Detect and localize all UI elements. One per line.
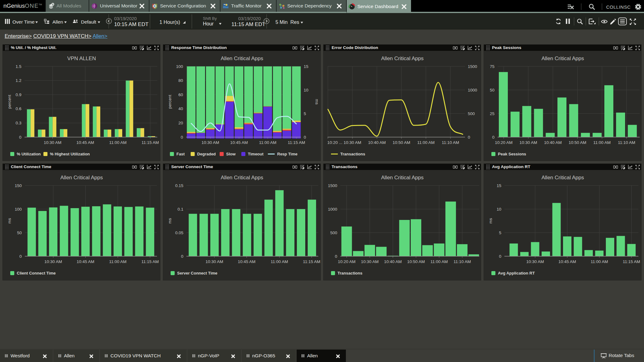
- svg-text:0: 0: [499, 254, 501, 259]
- svg-text:Fast: Fast: [177, 152, 185, 156]
- svg-text:11:10 AM: 11:10 AM: [454, 259, 471, 264]
- svg-text:15: 15: [304, 64, 308, 69]
- svg-text:10:20 AM: 10:20 AM: [338, 259, 356, 264]
- svg-text:11:00 AM: 11:00 AM: [259, 140, 276, 145]
- svg-text:Degraded: Degraded: [197, 152, 216, 156]
- svg-text:10:45 AM: 10:45 AM: [558, 259, 576, 264]
- svg-text:10: 10: [304, 88, 308, 92]
- svg-text:11:15 AM: 11:15 AM: [623, 259, 640, 264]
- svg-text:Allen Critical Apps: Allen Critical Apps: [541, 56, 584, 61]
- svg-text:60: 60: [178, 92, 183, 97]
- svg-text:1500: 1500: [468, 64, 477, 69]
- svg-text:1500: 1500: [328, 183, 337, 188]
- svg-text:Allen Critical Apps: Allen Critical Apps: [60, 175, 103, 181]
- svg-text:11:00 AM: 11:00 AM: [593, 140, 611, 145]
- svg-text:100: 100: [176, 64, 183, 69]
- svg-text:0.1: 0.1: [177, 207, 183, 212]
- svg-text:10:20 ...: 10:20 ...: [327, 140, 342, 145]
- svg-text:50: 50: [490, 88, 494, 92]
- svg-text:1000: 1000: [468, 88, 477, 92]
- svg-text:10:45 AM: 10:45 AM: [76, 140, 94, 145]
- svg-text:10:30 AM: 10:30 AM: [205, 259, 223, 264]
- svg-text:100: 100: [15, 207, 22, 212]
- svg-text:10:30 AM: 10:30 AM: [201, 140, 219, 145]
- svg-text:10:45 AM: 10:45 AM: [77, 259, 94, 264]
- svg-text:1.2: 1.2: [16, 78, 21, 83]
- svg-text:10:30 AM: 10:30 AM: [526, 259, 544, 264]
- svg-text:0: 0: [304, 135, 306, 140]
- svg-text:500: 500: [330, 230, 337, 235]
- svg-text:0.6: 0.6: [16, 106, 21, 111]
- svg-text:10:20 AM: 10:20 AM: [495, 140, 512, 145]
- svg-text:0: 0: [181, 254, 183, 259]
- svg-text:10:50 AM: 10:50 AM: [569, 140, 586, 145]
- svg-text:Allen Critical Apps: Allen Critical Apps: [381, 175, 423, 181]
- svg-text:10:45 AM: 10:45 AM: [230, 140, 248, 145]
- svg-text:11:00 AM: 11:00 AM: [430, 259, 448, 264]
- svg-text:Transactions: Transactions: [340, 152, 365, 156]
- svg-text:10:30 AM: 10:30 AM: [519, 140, 537, 145]
- svg-text:150: 150: [15, 183, 22, 188]
- svg-text:ms: ms: [7, 218, 12, 224]
- svg-text:11:15 AM: 11:15 AM: [288, 140, 305, 145]
- svg-text:Resp Time: Resp Time: [277, 152, 298, 156]
- svg-text:0.3: 0.3: [16, 121, 21, 125]
- svg-text:10:50 AM: 10:50 AM: [392, 140, 410, 145]
- svg-text:10:45 AM: 10:45 AM: [238, 259, 255, 264]
- svg-text:10: 10: [497, 207, 501, 212]
- svg-text:10:40 AM: 10:40 AM: [544, 140, 562, 145]
- svg-text:percent: percent: [7, 95, 12, 109]
- svg-text:Server Connect Time: Server Connect Time: [177, 271, 217, 275]
- svg-text:10:30 AM: 10:30 AM: [361, 259, 378, 264]
- svg-text:11:00 AM: 11:00 AM: [591, 259, 608, 264]
- svg-text:500: 500: [468, 111, 475, 116]
- svg-text:Peak Sessions: Peak Sessions: [498, 152, 526, 156]
- svg-text:percent: percent: [168, 95, 172, 109]
- svg-text:% Utilization: % Utilization: [17, 152, 41, 156]
- svg-text:5: 5: [304, 111, 306, 116]
- svg-text:Allen Critical Apps: Allen Critical Apps: [221, 175, 263, 181]
- svg-text:11:15 AM: 11:15 AM: [141, 259, 159, 264]
- svg-text:ms: ms: [488, 218, 493, 224]
- svg-text:11:00 AM: 11:00 AM: [271, 259, 288, 264]
- svg-text:10:40 AM: 10:40 AM: [368, 140, 386, 145]
- svg-text:50: 50: [17, 230, 22, 235]
- svg-text:40: 40: [178, 106, 183, 111]
- svg-text:Transactions: Transactions: [338, 271, 362, 275]
- svg-text:VPN ALLEN: VPN ALLEN: [67, 56, 96, 61]
- svg-text:10:50 AM: 10:50 AM: [407, 259, 425, 264]
- svg-text:11:00 AM: 11:00 AM: [109, 259, 127, 264]
- svg-text:Avg Application RT: Avg Application RT: [498, 271, 535, 275]
- svg-text:11:15 AM: 11:15 AM: [141, 140, 159, 145]
- svg-text:80: 80: [178, 78, 183, 83]
- svg-text:0: 0: [468, 135, 470, 140]
- svg-text:1.5: 1.5: [16, 64, 21, 69]
- svg-text:11:15 AM: 11:15 AM: [303, 259, 320, 264]
- svg-text:0.15: 0.15: [175, 183, 183, 188]
- svg-text:ms: ms: [315, 99, 319, 105]
- svg-text:10:40 AM: 10:40 AM: [384, 259, 402, 264]
- svg-text:0: 0: [19, 254, 22, 259]
- svg-text:15: 15: [497, 183, 501, 188]
- svg-text:20: 20: [178, 121, 183, 125]
- svg-text:0: 0: [492, 135, 494, 140]
- svg-text:Slow: Slow: [226, 152, 236, 156]
- svg-text:Timeout: Timeout: [248, 152, 264, 156]
- svg-text:10:30 AM: 10:30 AM: [44, 140, 61, 145]
- svg-text:0.05: 0.05: [175, 230, 183, 235]
- svg-text:25: 25: [490, 111, 494, 116]
- svg-text:Allen Critical Apps: Allen Critical Apps: [221, 56, 263, 61]
- svg-text:Allen Critical Apps: Allen Critical Apps: [381, 56, 423, 61]
- svg-text:11:10 AM: 11:10 AM: [618, 140, 635, 145]
- svg-text:0: 0: [19, 135, 21, 140]
- svg-text:75: 75: [490, 64, 494, 69]
- svg-text:11:00 AM: 11:00 AM: [417, 140, 435, 145]
- svg-text:5: 5: [499, 230, 501, 235]
- svg-text:Allen Critical Apps: Allen Critical Apps: [541, 175, 584, 181]
- svg-text:Client Connect Time: Client Connect Time: [17, 271, 56, 275]
- svg-text:10:30 AM: 10:30 AM: [44, 259, 62, 264]
- svg-text:10:30 AM: 10:30 AM: [343, 140, 361, 145]
- svg-text:% Highest Utilization: % Highest Utilization: [50, 152, 90, 156]
- svg-text:0: 0: [335, 254, 337, 259]
- svg-text:11:00 AM: 11:00 AM: [109, 140, 127, 145]
